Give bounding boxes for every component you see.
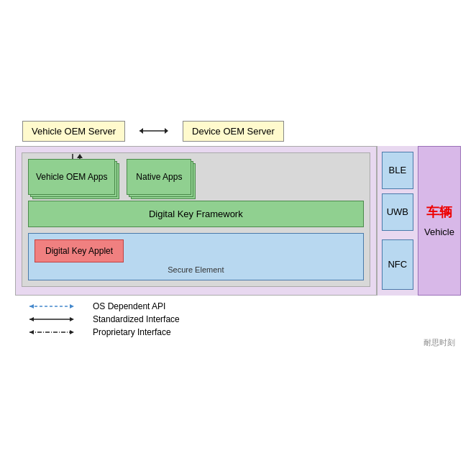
svg-marker-12 [29,317,34,321]
svg-marker-1 [165,128,168,134]
svg-marker-6 [77,154,83,158]
legend-os-label: OS Dependent API [93,301,165,311]
secure-element-label: Secure Element [35,265,357,274]
vehicle-label-red: 车辆 [426,204,452,221]
vehicle-text: Vehicle [424,227,454,237]
top-row: Vehicle OEM Server Device OEM Server [15,121,461,142]
vehicle-oem-apps: Vehicle OEM Apps [28,159,115,195]
legend-standard: Standardized Interface [29,314,461,324]
legend-proprietary-line [29,328,87,337]
native-apps-label: Native Apps [136,172,182,182]
svg-marker-11 [70,317,74,321]
svg-marker-2 [139,128,143,134]
diagram-container: Vehicle OEM Server Device OEM Server 手机 [8,114,468,358]
legend-os-api: OS Dependent API [29,301,461,311]
nfc-label: NFC [388,259,407,270]
legend-standard-svg [29,315,87,324]
vehicle-oem-apps-label: Vehicle OEM Apps [36,172,107,182]
uwb-box: UWB [382,193,413,231]
vehicle-section: 车辆 Vehicle [418,146,461,296]
device-oem-server: Device OEM Server [183,121,284,142]
svg-marker-9 [29,304,34,308]
legend-os-svg [29,302,87,311]
legend-proprietary-label: Proprietary Interface [93,327,171,337]
vehicle-oem-apps-stack: Vehicle OEM Apps [28,159,115,195]
legend: OS Dependent API Standardized Interface [15,301,461,337]
vehicle-oem-server: Vehicle OEM Server [22,121,125,142]
native-apps-stack: Native Apps [127,159,191,195]
legend-proprietary-svg [29,328,87,337]
digital-key-framework: Digital Key Framework [28,201,364,227]
dkf-label: Digital Key Framework [149,209,243,219]
server-arrow-spacer [139,121,168,142]
svg-marker-14 [70,330,74,334]
legend-proprietary: Proprietary Interface [29,327,461,337]
server-arrow-svg [139,124,168,138]
svg-marker-8 [70,304,74,308]
ble-label: BLE [389,165,407,175]
digital-key-applet: Digital Key Applet [35,239,124,262]
nfc-box: NFC [382,239,413,290]
device-oem-server-label: Device OEM Server [192,126,275,137]
native-apps: Native Apps [127,159,191,195]
svg-marker-15 [29,330,34,334]
legend-standard-line [29,315,87,324]
legend-os-line [29,302,87,311]
secure-element-section: Digital Key Applet Secure Element [28,233,364,280]
applet-label: Digital Key Applet [45,246,113,256]
watermark: 耐思时刻 [9,337,455,348]
legend-standard-label: Standardized Interface [93,314,180,324]
uwb-label: UWB [387,206,408,217]
vehicle-oem-server-label: Vehicle OEM Server [32,126,116,137]
